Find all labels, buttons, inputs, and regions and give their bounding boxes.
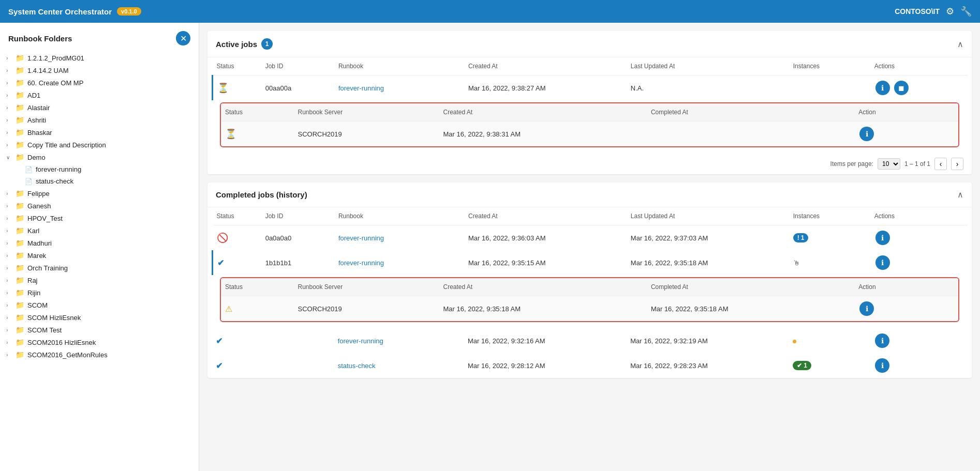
comp-job-runbook-link-4[interactable]: status-check xyxy=(338,362,376,370)
sidebar-item-copy-title-and-description[interactable]: ›📁Copy Title and Description xyxy=(0,139,199,151)
sidebar-list: ›📁1.2.1.2_ProdMG01›📁1.4.14.2 UAM›📁60. Cr… xyxy=(0,50,199,363)
completed-jobs-header: Completed jobs (history) ∧ xyxy=(207,183,972,207)
sidebar-item-label: AD1 xyxy=(27,92,40,99)
app-title: System Center Orchestrator xyxy=(8,7,112,16)
sidebar-item-status-check[interactable]: 📄status-check xyxy=(0,175,199,187)
sidebar-item-scom2016-hizliesnek[interactable]: ›📁SCOM2016 HizliEsnek xyxy=(0,336,199,348)
comp-job-updated-1: Mar 16, 2022, 9:37:03 AM xyxy=(627,225,789,251)
sidebar-item-label: 60. Create OM MP xyxy=(27,79,83,87)
sidebar-item-marek[interactable]: ›📁Marek xyxy=(0,249,199,262)
folder-icon: 📁 xyxy=(16,189,24,197)
sub-hourglass-icon: ⏳ xyxy=(225,128,236,140)
active-jobs-header-row: Status Job ID Runbook Created At Last Up… xyxy=(213,57,968,75)
sidebar-item-1.4.14.2-uam[interactable]: ›📁1.4.14.2 UAM xyxy=(0,64,199,77)
info-button-comp-1[interactable]: ℹ xyxy=(875,231,890,245)
sidebar-item-label: Raj xyxy=(27,277,38,284)
comp-job-runbook-link-1[interactable]: forever-running xyxy=(338,234,384,242)
info-button-comp-4[interactable]: ℹ xyxy=(875,358,889,373)
sidebar-item-demo[interactable]: ∨📁Demo xyxy=(0,151,199,163)
warn-exclaim-icon: ! xyxy=(797,234,799,241)
sidebar-item-scom-hizliesnek[interactable]: ›📁SCOM HizliEsnek xyxy=(0,311,199,324)
sidebar-item-scom2016_getmonrules[interactable]: ›📁SCOM2016_GetMonRules xyxy=(0,348,199,361)
sidebar-item-forever-running[interactable]: 📄forever-running xyxy=(0,163,199,175)
comp-sub-status-2-1: ⚠ xyxy=(221,296,293,322)
sidebar-item-60.-create-om-mp[interactable]: ›📁60. Create OM MP xyxy=(0,77,199,89)
header-left: System Center Orchestrator v0.1.0 xyxy=(8,7,141,16)
comp-job-id-2: 1b1b1b1 xyxy=(261,250,334,275)
active-jobs-count: 1 xyxy=(261,38,273,50)
sidebar-item-raj[interactable]: ›📁Raj xyxy=(0,274,199,286)
close-sidebar-button[interactable]: ✕ xyxy=(176,31,190,45)
folder-icon: 📁 xyxy=(16,351,24,359)
sidebar-item-felippe[interactable]: ›📁Felippe xyxy=(0,187,199,200)
sidebar-arrow: ∨ xyxy=(6,155,12,160)
completed-jobs-table-rest: ✔ forever-running Mar 16, 2022, 9:32:16 … xyxy=(212,328,968,378)
stop-button-active-1[interactable]: ◼ xyxy=(894,81,909,95)
sidebar-item-orch-training[interactable]: ›📁Orch Training xyxy=(0,262,199,274)
items-per-page-select[interactable]: 10 25 50 xyxy=(878,158,900,170)
folder-icon: 📁 xyxy=(16,226,24,235)
folder-icon: 📁 xyxy=(16,66,24,74)
active-job-runbook-link-1[interactable]: forever-running xyxy=(338,84,384,92)
folder-icon: 📁 xyxy=(16,116,24,124)
active-job-id-1: 00aa00a xyxy=(261,75,334,101)
prev-page-button[interactable]: ‹ xyxy=(934,158,947,170)
folder-icon: 📁 xyxy=(16,103,24,112)
gear-icon[interactable]: ⚙ xyxy=(946,6,954,17)
comp-job-id-1: 0a0a0a0 xyxy=(261,225,334,251)
info-button-comp-3[interactable]: ℹ xyxy=(875,333,889,348)
completed-jobs-section: Completed jobs (history) ∧ Status Job ID… xyxy=(207,183,972,378)
sidebar-item-label: Ganesh xyxy=(27,202,51,210)
sidebar-arrow: › xyxy=(6,191,12,196)
sidebar-item-karl[interactable]: ›📁Karl xyxy=(0,224,199,237)
sidebar-item-rijin[interactable]: ›📁Rijin xyxy=(0,286,199,299)
th-actions: Actions xyxy=(870,57,968,75)
sidebar-item-madhuri[interactable]: ›📁Madhuri xyxy=(0,237,199,249)
info-button-comp-2[interactable]: ℹ xyxy=(875,255,890,270)
comp-sub-row-2-1: ⚠ SCORCH2019 Mar 16, 2022, 9:35:18 AM Ma… xyxy=(221,296,958,322)
sidebar: Runbook Folders ✕ ›📁1.2.1.2_ProdMG01›📁1.… xyxy=(0,23,199,471)
sidebar-item-label: SCOM2016 HizliEsnek xyxy=(27,339,96,346)
folder-icon: 📁 xyxy=(16,79,24,87)
completed-jobs-collapse[interactable]: ∧ xyxy=(957,190,963,200)
th-created: Created At xyxy=(464,57,627,75)
comp-sub-action-2-1: ℹ xyxy=(854,296,958,322)
active-jobs-pagination: Items per page: 10 25 50 1 – 1 of 1 ‹ › xyxy=(207,154,972,174)
info-button-comp-sub-2-1[interactable]: ℹ xyxy=(859,301,874,316)
sidebar-item-ad1[interactable]: ›📁AD1 xyxy=(0,89,199,101)
header-right: CONTOSO\IT ⚙ 🔧 xyxy=(895,6,972,17)
sidebar-item-ganesh[interactable]: ›📁Ganesh xyxy=(0,200,199,212)
active-jobs-collapse[interactable]: ∧ xyxy=(957,39,963,49)
sidebar-item-ashriti[interactable]: ›📁Ashriti xyxy=(0,114,199,126)
info-button-active-sub-1[interactable]: ℹ xyxy=(859,127,874,141)
comp-job-actions-1: ℹ xyxy=(870,225,968,251)
sidebar-item-hpov_test[interactable]: ›📁HPOV_Test xyxy=(0,212,199,224)
active-job-sub-table: Status Runbook Server Created At Complet… xyxy=(220,102,959,147)
folder-icon: 📁 xyxy=(16,264,24,272)
next-page-button[interactable]: › xyxy=(951,158,963,170)
sub-th-created: Created At xyxy=(439,103,646,121)
sidebar-item-1.2.1.2_prodmg01[interactable]: ›📁1.2.1.2_ProdMG01 xyxy=(0,52,199,64)
info-button-active-1[interactable]: ℹ xyxy=(875,81,890,95)
folder-icon: 📁 xyxy=(16,202,24,210)
main-content: Active jobs 1 ∧ Status Job ID Runbook Cr… xyxy=(199,23,980,471)
sidebar-arrow: › xyxy=(6,80,12,86)
sidebar-item-alastair[interactable]: ›📁Alastair xyxy=(0,101,199,114)
th-jobid: Job ID xyxy=(261,57,334,75)
sidebar-item-label: 1.4.14.2 UAM xyxy=(27,67,69,74)
sidebar-item-scom-test[interactable]: ›📁SCOM Test xyxy=(0,324,199,336)
sidebar-item-scom[interactable]: ›📁SCOM xyxy=(0,299,199,311)
sidebar-arrow: › xyxy=(6,105,12,111)
check-icon-4: ✔ xyxy=(216,361,222,371)
comp-job-runbook-link-2[interactable]: forever-running xyxy=(338,259,384,267)
instance-count-1: 1 xyxy=(801,234,805,241)
comp-job-runbook-2: forever-running xyxy=(334,250,464,275)
comp-sub-th-status: Status xyxy=(221,278,293,296)
sidebar-arrow: › xyxy=(6,265,12,271)
sidebar-item-bhaskar[interactable]: ›📁Bhaskar xyxy=(0,126,199,139)
comp-job-created-2: Mar 16, 2022, 9:35:15 AM xyxy=(464,250,627,275)
comp-job-runbook-link-3[interactable]: forever-running xyxy=(338,337,383,345)
folder-icon: 📁 xyxy=(16,239,24,247)
settings-icon[interactable]: 🔧 xyxy=(960,6,972,17)
sidebar-item-label: SCOM2016_GetMonRules xyxy=(27,351,108,359)
